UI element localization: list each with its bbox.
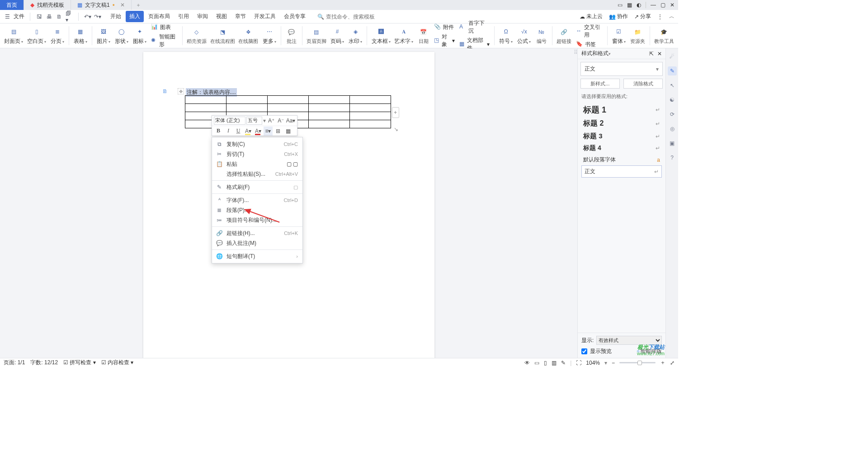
chart-button[interactable]: 📊图表 bbox=[149, 23, 179, 32]
zoom-slider[interactable] bbox=[619, 362, 656, 363]
paste-opt2-icon[interactable]: ▢ bbox=[293, 161, 298, 167]
zoom-level[interactable]: 104% bbox=[586, 360, 600, 366]
side-cursor-icon[interactable]: ↖ bbox=[668, 81, 677, 90]
current-style-select[interactable]: 正文▾ bbox=[580, 62, 663, 76]
command-search[interactable]: 🔍 bbox=[317, 14, 389, 20]
table-resize-handle-icon[interactable]: ↘ bbox=[394, 126, 398, 132]
menu-member[interactable]: 会员专享 bbox=[280, 11, 309, 22]
paste-opt-icon[interactable]: ▢ bbox=[287, 161, 292, 167]
docer-resource-button[interactable]: ◇稻壳资源 bbox=[185, 26, 208, 46]
tab-home[interactable]: 首页 bbox=[0, 0, 24, 10]
side-refresh-icon[interactable]: ⟳ bbox=[668, 110, 677, 119]
style-default-font[interactable]: 默认段落字体a bbox=[580, 154, 663, 165]
font-color-button[interactable]: A▾ bbox=[254, 127, 263, 136]
shape-button[interactable]: ◯形状▾ bbox=[113, 26, 130, 46]
page-break-button[interactable]: ≣分页▾ bbox=[48, 26, 66, 46]
crossref-button[interactable]: ↔交叉引用 bbox=[574, 23, 604, 39]
undo-icon[interactable]: ↶▾ bbox=[84, 13, 91, 20]
underline-button[interactable]: U bbox=[234, 127, 243, 136]
symbol-button[interactable]: Ω符号▾ bbox=[497, 26, 514, 46]
side-shapes-icon[interactable]: ☯ bbox=[668, 95, 677, 104]
cover-page-button[interactable]: ▤封面页▾ bbox=[3, 26, 25, 46]
status-page[interactable]: 页面: 1/1 bbox=[4, 359, 25, 367]
preview-checkbox[interactable] bbox=[581, 348, 587, 354]
print-icon[interactable]: 🖶 bbox=[46, 13, 53, 20]
change-case-icon[interactable]: Aa▾ bbox=[286, 116, 295, 125]
side-location-icon[interactable]: ◎ bbox=[668, 124, 677, 133]
share-button[interactable]: ↗分享 bbox=[634, 13, 651, 20]
comment-button[interactable]: 💬批注 bbox=[284, 26, 299, 46]
style-heading4[interactable]: 标题 4↵ bbox=[580, 142, 663, 154]
ctx-copy[interactable]: ⧉复制(C)Ctrl+C bbox=[212, 139, 302, 149]
ctx-font[interactable]: ᴬ字体(F)...Ctrl+D bbox=[212, 195, 302, 205]
wordart-button[interactable]: 𝐀艺术字▾ bbox=[393, 26, 415, 46]
redo-icon[interactable]: ↷▾ bbox=[94, 13, 101, 20]
menu-review[interactable]: 审阅 bbox=[193, 11, 212, 22]
coop-button[interactable]: 👥协作 bbox=[609, 13, 628, 20]
side-select-icon[interactable]: ☄ bbox=[668, 52, 677, 61]
menu-chapter[interactable]: 章节 bbox=[231, 11, 250, 22]
tab-templates[interactable]: ◆ 找稻壳模板 bbox=[24, 0, 71, 10]
formula-button[interactable]: √x公式▾ bbox=[515, 26, 533, 46]
zoom-in-icon[interactable]: ＋ bbox=[660, 359, 665, 367]
resource-button[interactable]: 📁资源夹 bbox=[628, 26, 647, 46]
picture-button[interactable]: 🖼图片▾ bbox=[95, 26, 112, 46]
flowchart-button[interactable]: ⬔在线流程图 bbox=[209, 26, 236, 46]
side-library-icon[interactable]: ▣ bbox=[668, 139, 677, 148]
style-heading1[interactable]: 标题 1↵ bbox=[580, 103, 663, 117]
new-tab-button[interactable]: ＋ bbox=[132, 0, 145, 10]
show-select[interactable]: 有效样式 bbox=[596, 336, 662, 345]
new-style-button[interactable]: 新样式... bbox=[580, 79, 620, 89]
side-styles-icon[interactable]: ✎ bbox=[668, 66, 677, 75]
save-icon[interactable]: 🖫 bbox=[36, 13, 43, 20]
add-column-button[interactable]: + bbox=[392, 107, 399, 118]
ctx-bullets[interactable]: ≔项目符号和编号(N)... bbox=[212, 215, 302, 225]
style-heading2[interactable]: 标题 2↵ bbox=[580, 117, 663, 130]
layout-mode-icon[interactable]: ▭ bbox=[618, 2, 623, 8]
font-family-select[interactable]: 宋体 (正文) bbox=[214, 117, 245, 125]
menu-start[interactable]: 开始 bbox=[107, 11, 125, 22]
ctx-hyperlink[interactable]: 🔗超链接(H)...Ctrl+K bbox=[212, 228, 302, 238]
export-icon[interactable]: 🗐▾ bbox=[66, 13, 73, 20]
menu-dev[interactable]: 开发工具 bbox=[250, 11, 279, 22]
attachment-button[interactable]: 📎附件 bbox=[432, 23, 457, 32]
hyperlink-button[interactable]: 🔗超链接 bbox=[555, 26, 573, 46]
style-heading3[interactable]: 标题 3↵ bbox=[580, 130, 663, 142]
search-input[interactable] bbox=[326, 14, 389, 20]
ctx-paste[interactable]: 📋粘贴▢ ▢ bbox=[212, 159, 302, 169]
tab-document[interactable]: ▦ 文字文稿1 • ✕ bbox=[71, 0, 132, 10]
shrink-font-icon[interactable]: A⁻ bbox=[277, 116, 285, 125]
borders-mini-icon[interactable]: ▦ bbox=[283, 127, 292, 136]
ctx-paste-special[interactable]: 选择性粘贴(S)...Ctrl+Alt+V bbox=[212, 169, 302, 179]
dropcap-button[interactable]: A首字下沉 bbox=[458, 19, 491, 35]
collapse-ribbon-icon[interactable]: ︿ bbox=[669, 13, 675, 20]
numbering-button[interactable]: №编号 bbox=[534, 26, 549, 46]
menu-icon[interactable]: ☰ bbox=[4, 13, 11, 20]
more-menu-icon[interactable]: ⋮ bbox=[657, 14, 663, 20]
table-move-handle-icon[interactable]: ✥ bbox=[178, 88, 184, 94]
inserttable-mini-icon[interactable]: ⊞ bbox=[274, 127, 283, 136]
cloud-status[interactable]: ☁未上云 bbox=[580, 13, 603, 20]
close-tab-icon[interactable]: ✕ bbox=[120, 2, 125, 8]
font-size-select[interactable]: 五号 bbox=[246, 117, 262, 125]
blank-page-button[interactable]: ▯空白页▾ bbox=[26, 26, 48, 46]
zoom-out-icon[interactable]: − bbox=[612, 360, 615, 366]
minimize-icon[interactable]: — bbox=[651, 2, 656, 8]
panel-pin-icon[interactable]: ⇱ bbox=[649, 51, 654, 57]
page-number-button[interactable]: #页码▾ bbox=[329, 26, 346, 46]
style-body[interactable]: 正文↵ bbox=[581, 165, 662, 178]
date-button[interactable]: 📅日期 bbox=[416, 26, 431, 46]
table-button[interactable]: ▦表格▾ bbox=[72, 26, 89, 46]
file-menu[interactable]: 文件 bbox=[14, 13, 24, 20]
skin-icon[interactable]: ◐ bbox=[637, 2, 641, 8]
form-button[interactable]: ☑窗体▾ bbox=[610, 26, 627, 46]
menu-view[interactable]: 视图 bbox=[212, 11, 231, 22]
menu-insert[interactable]: 插入 bbox=[126, 11, 144, 22]
brush-opt-icon[interactable]: ▢ bbox=[293, 184, 298, 190]
view-draft-icon[interactable]: ✎ bbox=[561, 360, 566, 366]
fullscreen-icon[interactable]: ⤢ bbox=[670, 360, 675, 366]
status-words[interactable]: 字数: 12/12 bbox=[30, 359, 58, 367]
highlight-button[interactable]: A▾ bbox=[244, 127, 253, 136]
view-web-icon[interactable]: ▭ bbox=[534, 360, 539, 366]
mindmap-button[interactable]: ❖在线脑图 bbox=[237, 26, 259, 46]
